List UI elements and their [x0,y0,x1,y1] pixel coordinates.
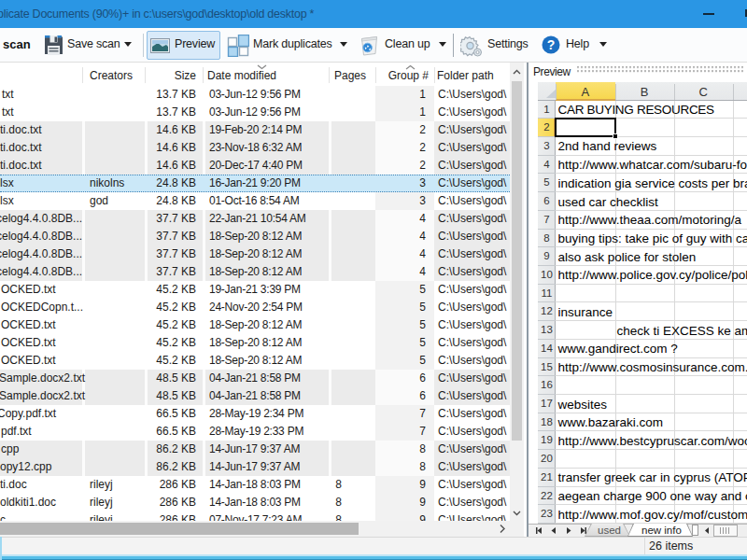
svg-text:?: ? [547,37,556,52]
